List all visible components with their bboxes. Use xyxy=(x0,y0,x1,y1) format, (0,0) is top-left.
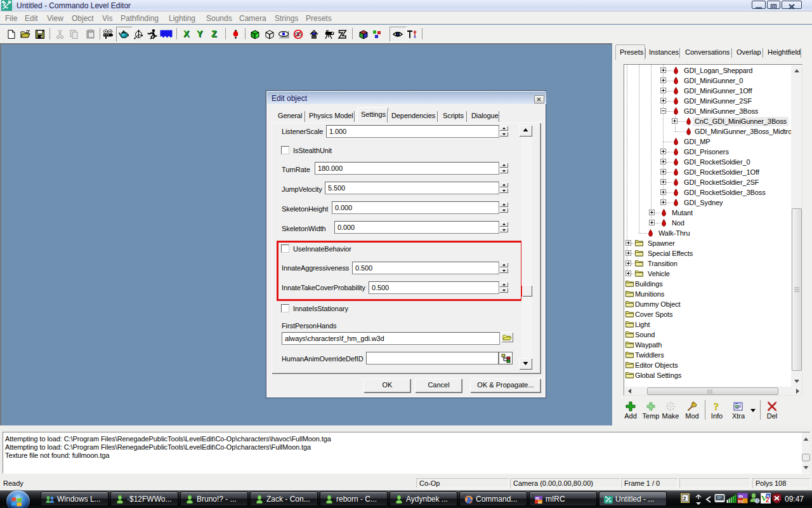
svg-text:m: m xyxy=(535,496,539,500)
svg-text:?: ? xyxy=(714,401,719,411)
svg-text:irc: irc xyxy=(738,499,744,504)
svg-text:2: 2 xyxy=(683,495,686,502)
svg-text:rc: rc xyxy=(538,500,542,504)
svg-text:2: 2 xyxy=(766,497,769,504)
svg-text:m: m xyxy=(738,493,743,499)
